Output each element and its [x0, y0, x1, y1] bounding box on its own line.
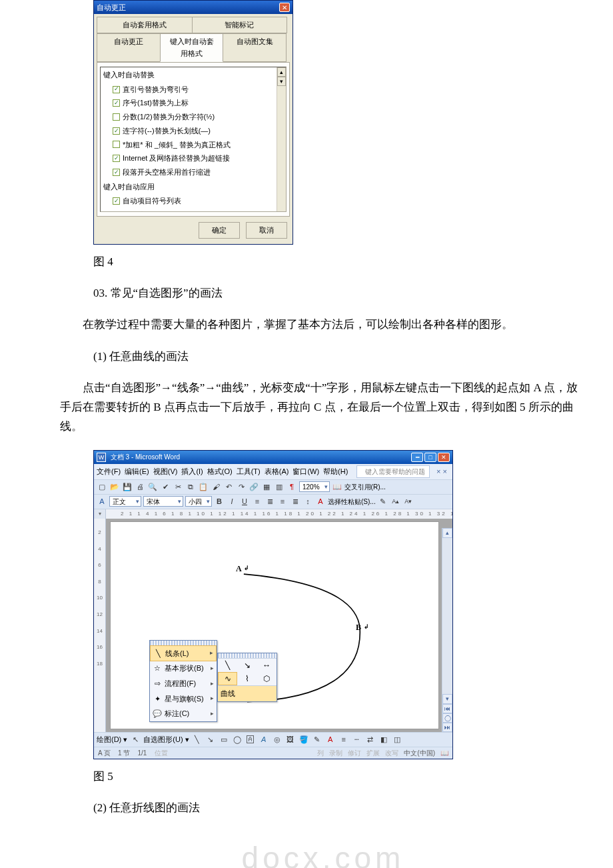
fontsize-select[interactable]: 小四 [185, 496, 212, 507]
checkbox-icon[interactable]: ✓ [113, 127, 120, 135]
scroll-down-icon[interactable]: ▾ [277, 77, 286, 86]
show-marks-icon[interactable]: ¶ [287, 481, 297, 492]
checkbox-icon[interactable]: ✓ [113, 86, 120, 93]
menu-item-stars[interactable]: ✦ 星与旗帜(S) ▸ [150, 691, 217, 707]
table-icon[interactable]: ▦ [261, 481, 272, 492]
list-item[interactable]: *加粗* 和 _倾斜_ 替换为真正格式 [101, 138, 286, 152]
status-ovr[interactable]: 改写 [385, 747, 398, 759]
autoshapes-menu[interactable]: ╲ 线条(L) ▸ ☆ 基本形状(B) ▸ ⇨ 流程图(F) ▸ [149, 640, 217, 722]
scrollbar[interactable]: ▴ ▾ [277, 67, 286, 211]
align-justify-icon[interactable]: ≣ [290, 496, 301, 507]
arrow-icon[interactable]: ↘ [205, 734, 216, 745]
tab-autotext[interactable]: 自动图文集 [223, 33, 287, 62]
line-style-icon[interactable]: ≡ [338, 734, 349, 745]
list-item[interactable]: ✓直引号替换为弯引号 [101, 83, 286, 97]
close-icon[interactable]: ✕ [438, 453, 450, 462]
style-select[interactable]: 正文 [109, 496, 141, 507]
status-rec[interactable]: 录制 [329, 747, 342, 759]
draw-menu-button[interactable]: 绘图(D) ▾ [97, 733, 127, 746]
hyperlink-icon[interactable]: 🔗 [249, 481, 259, 492]
checkbox-icon[interactable]: ✓ [113, 197, 120, 205]
line-tool-icon[interactable]: ╲ [218, 659, 237, 672]
freeform-tool-icon[interactable]: ⌇ [237, 672, 257, 685]
language-indicator[interactable]: 中文(中国) [404, 747, 435, 759]
menu-grip-icon[interactable] [218, 653, 277, 659]
tab-autoformat-typing[interactable]: 键入时自动套用格式 [160, 33, 224, 62]
help-search-input[interactable]: 键入需要帮助的问题 [356, 465, 430, 478]
font-select[interactable]: 宋体 [143, 496, 183, 507]
crossref-button[interactable]: 交叉引用(R)... [344, 481, 386, 493]
minimize-icon[interactable]: ━ [411, 453, 423, 462]
ok-button[interactable]: 确定 [199, 222, 240, 239]
menu-help[interactable]: 帮助(H) [323, 465, 348, 478]
scribble-tool-icon[interactable]: ⬡ [257, 672, 277, 685]
copy-icon[interactable]: ⧉ [185, 481, 196, 492]
lines-submenu[interactable]: ╲ ↘ ↔ ∿ ⌇ ⬡ 曲线 [217, 653, 277, 702]
window-titlebar[interactable]: W 文档 3 - Microsoft Word ━ □ ✕ [94, 451, 452, 464]
list-item[interactable]: ✓自动项目符号列表 [101, 194, 286, 208]
list-item[interactable]: ✓Internet 及网络路径替换为超链接 [101, 151, 286, 165]
arrow-tool-icon[interactable]: ↘ [237, 659, 257, 672]
new-doc-icon[interactable]: ▢ [97, 481, 107, 492]
menu-view[interactable]: 视图(V) [153, 465, 178, 478]
doc-close-icon[interactable]: × × [434, 465, 450, 478]
redo-icon[interactable]: ↷ [236, 481, 247, 492]
line-color-icon[interactable]: ✎ [312, 734, 322, 745]
menu-insert[interactable]: 插入(I) [181, 465, 203, 478]
save-icon[interactable]: 💾 [122, 481, 133, 492]
menu-item-lines[interactable]: ╲ 线条(L) ▸ [150, 645, 217, 662]
open-icon[interactable]: 📂 [109, 481, 120, 492]
select-objects-icon[interactable]: ↖ [130, 734, 141, 745]
scroll-down-icon[interactable]: ▾ [442, 694, 452, 704]
align-center-icon[interactable]: ≣ [265, 496, 275, 507]
menu-item-basic-shapes[interactable]: ☆ 基本形状(B) ▸ [150, 661, 217, 676]
curve-tool-icon[interactable]: ∿ [218, 672, 237, 685]
list-item[interactable]: ✓序号(1st)替换为上标 [101, 96, 286, 110]
underline-icon[interactable]: U [239, 496, 250, 507]
bold-icon[interactable]: B [214, 496, 225, 507]
dash-style-icon[interactable]: ┄ [352, 734, 362, 745]
cut-icon[interactable]: ✂ [173, 481, 183, 492]
vertical-scrollbar[interactable]: ▴ ▾ ⏮ ◯ ⏭ [442, 528, 452, 732]
list-item[interactable]: ✓连字符(--)替换为长划线(—) [101, 124, 286, 138]
double-arrow-tool-icon[interactable]: ↔ [257, 659, 277, 672]
undo-icon[interactable]: ↶ [223, 481, 234, 492]
align-right-icon[interactable]: ≡ [277, 496, 288, 507]
document-canvas[interactable]: A↲ B↲ C↲ ╲ 线条(L) ▸ ☆ 基本形状(B) [110, 521, 439, 729]
menu-item-callouts[interactable]: 💬 标注(C) ▸ [150, 706, 217, 721]
menu-tools[interactable]: 工具(T) [237, 465, 261, 478]
3d-icon[interactable]: ◫ [392, 734, 402, 745]
autoshapes-button[interactable]: 自选图形(U) ▾ [143, 733, 189, 746]
textbox-icon[interactable]: 🄰 [245, 734, 256, 745]
status-trk[interactable]: 修订 [348, 747, 361, 759]
browse-object-icon[interactable]: ◯ [442, 713, 452, 723]
font-color-icon[interactable]: A [315, 496, 326, 507]
spellcheck-icon[interactable]: ✔ [160, 481, 171, 492]
highlight-icon[interactable]: ✎ [378, 496, 388, 507]
horizontal-ruler[interactable]: ▾ 2 1 1 4 1 6 1 8 1 10 1 12 1 14 1 16 1 … [94, 509, 452, 519]
options-list[interactable]: 键入时自动替换 ✓直引号替换为弯引号 ✓序号(1st)替换为上标 分数(1/2)… [100, 67, 287, 212]
menu-table[interactable]: 表格(A) [265, 465, 289, 478]
preview-icon[interactable]: 🔍 [147, 481, 158, 492]
vertical-ruler[interactable]: 2 4 6 8 10 12 14 16 18 [94, 519, 106, 732]
book-icon[interactable]: 📖 [440, 747, 448, 759]
checkbox-icon[interactable]: ✓ [113, 169, 120, 176]
checkbox-icon[interactable] [113, 113, 120, 121]
checkbox-icon[interactable]: ✓ [113, 99, 120, 107]
status-ext[interactable]: 扩展 [366, 747, 380, 759]
checkbox-icon[interactable]: ✓ [113, 211, 120, 212]
scroll-up-icon[interactable]: ▴ [442, 528, 452, 538]
print-icon[interactable]: 🖨 [135, 481, 145, 492]
line-icon[interactable]: ╲ [192, 734, 203, 745]
grow-font-icon[interactable]: A▴ [390, 496, 401, 507]
list-item[interactable]: ✓段落开头空格采用首行缩进 [101, 165, 286, 179]
arrow-style-icon[interactable]: ⇄ [365, 734, 376, 745]
next-page-icon[interactable]: ⏭ [442, 723, 452, 732]
prev-page-icon[interactable]: ⏮ [442, 704, 452, 713]
fill-color-icon[interactable]: 🪣 [299, 734, 309, 745]
dialog-titlebar[interactable]: 自动更正 ✕ [94, 1, 293, 14]
close-icon[interactable]: ✕ [279, 3, 290, 12]
menu-format[interactable]: 格式(O) [207, 465, 233, 478]
checkbox-icon[interactable]: ✓ [113, 155, 120, 162]
tab-autoformat[interactable]: 自动套用格式 [97, 17, 193, 33]
